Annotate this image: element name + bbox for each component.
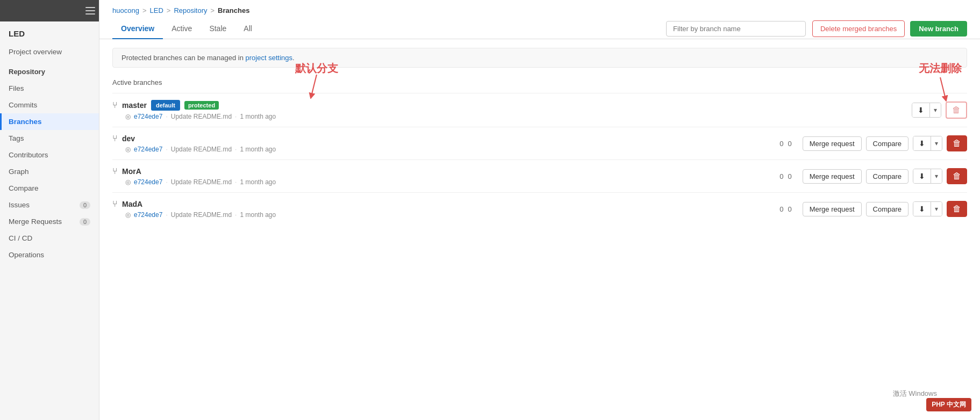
sidebar-item-operations[interactable]: Operations (0, 247, 99, 263)
badge-protected: protected (184, 101, 219, 110)
delete-button-dev[interactable]: 🗑 (947, 135, 967, 151)
compare-button-mora[interactable]: Compare (866, 169, 909, 184)
sidebar-nav: Project overview Repository Files Commit… (0, 44, 99, 420)
sidebar-item-label: Merge Requests (9, 218, 62, 226)
branch-icon-master: ⑂ (112, 100, 118, 110)
branch-icon-mada: ⑂ (112, 199, 118, 209)
info-text: Protected branches can be managed in (121, 54, 244, 62)
sidebar-item-merge-requests[interactable]: Merge Requests 0 (0, 213, 99, 230)
branch-icon-mora: ⑂ (112, 166, 118, 176)
sidebar-item-label: Operations (9, 251, 44, 259)
merge-requests-badge: 0 (80, 218, 90, 226)
breadcrumb-current: Branches (218, 6, 249, 15)
commit-icon-master: ◎ (125, 113, 131, 120)
chevron-button-dev[interactable]: ▾ (931, 136, 942, 150)
time-ago-dev: 1 month ago (240, 146, 276, 153)
branch-meta-mada: ◎ e724ede7 · Update README.md · 1 month … (112, 211, 779, 219)
breadcrumb-huocong[interactable]: huocong (112, 6, 139, 15)
sidebar-item-contributors[interactable]: Contributors (0, 147, 99, 163)
tab-all[interactable]: All (235, 19, 261, 39)
filter-input[interactable] (666, 21, 806, 37)
delete-button-mora[interactable]: 🗑 (947, 168, 967, 184)
branch-name-mada: MadA (122, 200, 142, 208)
sidebar-item-label: Project overview (9, 48, 62, 56)
branch-left-dev: ⑂ dev ◎ e724ede7 · Update README.md · 1 … (112, 134, 779, 153)
stats-mada: 0 0 (779, 205, 791, 213)
stats-mora: 0 0 (779, 172, 791, 180)
branch-right-dev: 0 0 Merge request Compare ⬇ ▾ 🗑 (779, 135, 967, 151)
branch-name-dev: dev (122, 134, 135, 143)
commit-hash-dev[interactable]: e724ede7 (134, 146, 162, 153)
download-group-master: ⬇ ▾ (912, 103, 941, 118)
tab-bar: Overview Active Stale All Delete merged … (99, 19, 980, 39)
download-button-master[interactable]: ⬇ (912, 103, 930, 117)
delete-merged-button[interactable]: Delete merged branches (812, 20, 905, 37)
download-group-mada: ⬇ ▾ (913, 201, 942, 216)
branches-list: ⑂ master default protected ◎ e724ede7 · … (112, 93, 967, 225)
compare-button-dev[interactable]: Compare (866, 136, 909, 151)
sidebar-item-label: Contributors (9, 151, 48, 159)
branch-name-master: master (122, 101, 147, 110)
sidebar: LED Project overview Repository Files Co… (0, 0, 99, 420)
download-group-dev: ⬇ ▾ (913, 136, 942, 151)
sidebar-item-repository-header: Repository (0, 60, 99, 80)
download-button-dev[interactable]: ⬇ (913, 136, 931, 150)
sidebar-item-tags[interactable]: Tags (0, 130, 99, 147)
merge-request-button-mada[interactable]: Merge request (803, 202, 862, 216)
download-button-mada[interactable]: ⬇ (913, 202, 931, 216)
commit-hash-mora[interactable]: e724ede7 (134, 178, 162, 186)
sidebar-item-ci-cd[interactable]: CI / CD (0, 230, 99, 247)
tab-stale[interactable]: Stale (201, 19, 235, 39)
chevron-button-master[interactable]: ▾ (930, 103, 941, 117)
project-settings-link[interactable]: project settings (246, 54, 292, 62)
commit-message-dev: Update README.md (171, 146, 232, 153)
main-content: huocong > LED > Repository > Branches Ov… (99, 0, 980, 420)
commit-hash-mada[interactable]: e724ede7 (134, 211, 162, 219)
branch-left-mora: ⑂ MorA ◎ e724ede7 · Update README.md · 1… (112, 166, 779, 186)
merge-request-button-mora[interactable]: Merge request (803, 169, 862, 184)
delete-button-mada[interactable]: 🗑 (947, 201, 967, 217)
sidebar-item-label: Issues (9, 201, 30, 209)
sidebar-item-label: Compare (9, 184, 39, 192)
tab-active[interactable]: Active (163, 19, 201, 39)
compare-button-mada[interactable]: Compare (866, 202, 909, 216)
breadcrumb-repository[interactable]: Repository (174, 6, 207, 15)
stats-dev: 0 0 (779, 140, 791, 148)
commit-icon-mora: ◎ (125, 178, 131, 186)
breadcrumb-led[interactable]: LED (149, 6, 163, 15)
sidebar-project-title: LED (0, 21, 99, 44)
delete-button-master[interactable]: 🗑 (946, 102, 967, 119)
commit-message-mada: Update README.md (171, 211, 232, 219)
branch-name-row-mora: ⑂ MorA (112, 166, 779, 176)
branch-right-master: ⬇ ▾ 🗑 (912, 102, 967, 119)
branch-right-mora: 0 0 Merge request Compare ⬇ ▾ 🗑 (779, 168, 967, 184)
stat-ahead-dev: 0 (779, 140, 783, 148)
new-branch-button[interactable]: New branch (910, 21, 967, 37)
sidebar-item-project-overview[interactable]: Project overview (0, 44, 99, 60)
sidebar-item-commits[interactable]: Commits (0, 97, 99, 113)
branch-name-mora: MorA (122, 167, 141, 176)
commit-icon-mada: ◎ (125, 211, 131, 219)
breadcrumb-sep-2: > (167, 6, 171, 15)
branch-name-row-mada: ⑂ MadA (112, 199, 779, 209)
info-bar: Protected branches can be managed in pro… (112, 48, 967, 68)
tab-overview[interactable]: Overview (112, 19, 163, 39)
sidebar-item-compare[interactable]: Compare (0, 180, 99, 197)
chevron-button-mora[interactable]: ▾ (931, 169, 942, 183)
breadcrumb-sep-1: > (142, 6, 147, 15)
branch-row-master: ⑂ master default protected ◎ e724ede7 · … (112, 93, 967, 127)
stat-ahead-mora: 0 (779, 172, 783, 180)
branch-icon-dev: ⑂ (112, 134, 118, 143)
download-button-mora[interactable]: ⬇ (913, 169, 931, 183)
sidebar-item-branches[interactable]: Branches (0, 113, 99, 130)
stat-ahead-mada: 0 (779, 205, 783, 213)
sidebar-toggle-icon[interactable] (85, 7, 95, 15)
sidebar-item-graph[interactable]: Graph (0, 163, 99, 180)
sidebar-item-label: CI / CD (9, 234, 32, 242)
commit-hash-master[interactable]: e724ede7 (134, 113, 162, 120)
breadcrumb: huocong > LED > Repository > Branches (99, 0, 980, 15)
sidebar-item-issues[interactable]: Issues 0 (0, 197, 99, 213)
merge-request-button-dev[interactable]: Merge request (803, 136, 862, 151)
sidebar-item-files[interactable]: Files (0, 80, 99, 97)
chevron-button-mada[interactable]: ▾ (931, 202, 942, 216)
